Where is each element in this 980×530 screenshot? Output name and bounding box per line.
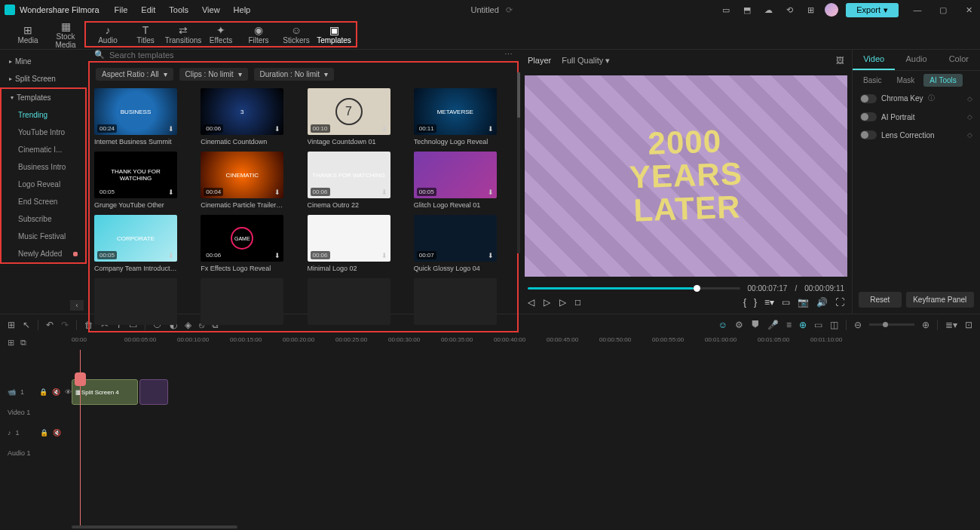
- tl-magnet-icon[interactable]: ⊕: [799, 320, 807, 330]
- reset-button[interactable]: Reset: [859, 292, 902, 308]
- template-thumb[interactable]: [94, 278, 177, 325]
- tl-gear-icon[interactable]: ⚙: [735, 320, 743, 330]
- tl-zoom-out-icon[interactable]: ⊖: [854, 320, 862, 330]
- tl-shield-icon[interactable]: ⛊: [751, 320, 760, 330]
- tab-stock-media[interactable]: ▦Stock Media: [47, 20, 84, 49]
- playhead-handle[interactable]: [75, 372, 86, 386]
- template-thumb[interactable]: 00:05⬇: [414, 152, 497, 198]
- progress-bar[interactable]: [528, 287, 740, 290]
- tl-frame-icon[interactable]: ▭: [814, 320, 822, 330]
- sidebar-sub-music-festival[interactable]: Music Festival: [2, 228, 85, 245]
- template-card[interactable]: CINEMATIC00:04⬇Cinematic Particle Traile…: [201, 152, 283, 209]
- tl-smile-icon[interactable]: ☺: [718, 320, 727, 330]
- download-icon[interactable]: ⬇: [168, 188, 174, 196]
- template-thumb[interactable]: BUSINESS00:24⬇: [94, 88, 177, 135]
- template-card[interactable]: GAME00:06⬇Fx Effects Logo Reveal: [201, 215, 283, 272]
- quality-select[interactable]: Full Quality ▾: [562, 56, 610, 66]
- template-thumb[interactable]: 00:06⬇: [308, 215, 390, 262]
- tl-fit-icon[interactable]: ⊡: [965, 320, 972, 330]
- menu-file[interactable]: File: [115, 5, 128, 14]
- template-card[interactable]: 00:05⬇Glitch Logo Reveal 01: [414, 152, 497, 209]
- tab-effects[interactable]: ✦Effects: [202, 24, 240, 44]
- template-thumb[interactable]: 00:07⬇: [414, 215, 497, 262]
- sync-icon[interactable]: ⟲: [782, 3, 796, 17]
- template-card[interactable]: [94, 278, 177, 328]
- sidebar-item-mine[interactable]: ▸Mine: [0, 53, 87, 70]
- template-thumb[interactable]: GAME00:06⬇: [201, 215, 283, 262]
- download-icon[interactable]: ⬇: [488, 252, 494, 259]
- stop-button[interactable]: □: [575, 297, 580, 308]
- sidebar-item-templates[interactable]: ▾Templates: [2, 89, 85, 106]
- playhead[interactable]: [80, 350, 81, 525]
- filter-clips[interactable]: Clips : No limit▾: [179, 68, 248, 81]
- menu-edit[interactable]: Edit: [141, 5, 155, 14]
- template-thumb[interactable]: [201, 278, 283, 325]
- lock-icon[interactable]: 🔒: [39, 388, 47, 396]
- template-card[interactable]: [414, 278, 497, 328]
- info-icon[interactable]: ⓘ: [928, 93, 935, 103]
- cloud-icon[interactable]: ☁: [761, 3, 775, 17]
- tl-marker-icon[interactable]: ◫: [830, 320, 838, 330]
- mute-icon[interactable]: 🔇: [53, 429, 61, 437]
- scrollbar-thumb[interactable]: [72, 525, 237, 528]
- keyframe-diamond-icon[interactable]: ◇: [967, 113, 972, 121]
- template-card[interactable]: 700:10⬇Vintage Countdown 01: [308, 88, 390, 146]
- scrollbar-thumb[interactable]: [517, 72, 520, 118]
- tl-cursor-icon[interactable]: ↖: [23, 320, 30, 330]
- sidebar-sub-subscribe[interactable]: Subscribe: [2, 210, 85, 228]
- step-back-button[interactable]: ◁: [528, 297, 534, 308]
- bracket-in-icon[interactable]: {: [743, 297, 746, 308]
- template-thumb[interactable]: 700:10⬇: [308, 88, 390, 135]
- template-card[interactable]: [308, 278, 390, 328]
- download-icon[interactable]: ⬇: [168, 125, 174, 133]
- toggle-lens-correction[interactable]: [860, 130, 877, 139]
- lock-icon[interactable]: 🔒: [40, 429, 48, 437]
- fullscreen-icon[interactable]: ⛶: [835, 297, 844, 308]
- tl-redo-icon[interactable]: ↷: [61, 320, 69, 330]
- tl-mic-icon[interactable]: 🎤: [767, 320, 779, 330]
- sidebar-sub-trending[interactable]: Trending: [2, 106, 85, 124]
- tab-transitions[interactable]: ⇄Transitions: [164, 24, 202, 44]
- menu-help[interactable]: Help: [234, 5, 251, 14]
- sidebar-sub-end-screen[interactable]: End Screen: [2, 193, 85, 210]
- keyframe-diamond-icon[interactable]: ◇: [967, 131, 972, 139]
- template-thumb[interactable]: METAVERSE00:11⬇: [414, 88, 497, 135]
- clip-video[interactable]: [139, 379, 168, 405]
- bracket-out-icon[interactable]: }: [754, 297, 757, 308]
- template-card[interactable]: THANK YOU FOR WATCHING00:05⬇Grunge YouTu…: [94, 152, 177, 209]
- ruler[interactable]: 00:0000:00:05:0000:00:10:0000:00:15:0000…: [72, 335, 980, 350]
- menu-view[interactable]: View: [202, 5, 220, 14]
- template-thumb[interactable]: CORPORATE00:05⬇: [94, 215, 177, 262]
- tl-list-icon[interactable]: ≣▾: [945, 320, 957, 330]
- camera-icon[interactable]: 📷: [798, 297, 809, 308]
- download-icon[interactable]: ⬇: [168, 252, 174, 259]
- toggle-chroma-key[interactable]: [860, 94, 877, 103]
- template-card[interactable]: [201, 278, 283, 328]
- sidebar-sub-logo-reveal[interactable]: Logo Reveal: [2, 176, 85, 193]
- download-icon[interactable]: ⬇: [381, 188, 387, 196]
- tab-stickers[interactable]: ☺Stickers: [277, 24, 315, 44]
- playback-menu-icon[interactable]: ≡▾: [764, 297, 774, 308]
- preview-video[interactable]: 2000YEARSLATER: [525, 75, 847, 277]
- props-tab-audio[interactable]: Audio: [895, 50, 937, 70]
- sidebar-sub-business-intro[interactable]: Business Intro: [2, 158, 85, 176]
- minimize-button[interactable]: —: [911, 3, 924, 17]
- video-track-area[interactable]: ▦ Split Screen 4: [72, 377, 980, 407]
- filter-aspect-ratio[interactable]: Aspect Ratio : All▾: [96, 68, 173, 81]
- template-thumb[interactable]: THANK YOU FOR WATCHING00:05⬇: [94, 152, 177, 198]
- template-thumb[interactable]: 300:06⬇: [201, 88, 283, 135]
- props-tab-video[interactable]: Video: [853, 50, 895, 70]
- props-tab-color[interactable]: Color: [938, 50, 980, 70]
- refresh-icon[interactable]: ⟳: [506, 5, 513, 14]
- download-icon[interactable]: ⬇: [488, 125, 494, 133]
- avatar[interactable]: [825, 3, 838, 17]
- template-thumb[interactable]: [414, 278, 497, 325]
- mute-icon[interactable]: 🔇: [52, 388, 60, 396]
- template-thumb[interactable]: THANKS FOR WATCHING00:06⬇: [308, 152, 390, 198]
- maximize-button[interactable]: ▢: [936, 3, 950, 17]
- menu-tools[interactable]: Tools: [169, 5, 188, 14]
- template-thumb[interactable]: [308, 278, 390, 325]
- template-card[interactable]: 300:06⬇Cinematic Countdown: [201, 88, 283, 146]
- volume-icon[interactable]: 🔊: [816, 297, 828, 308]
- props-sub-basic[interactable]: Basic: [857, 74, 887, 87]
